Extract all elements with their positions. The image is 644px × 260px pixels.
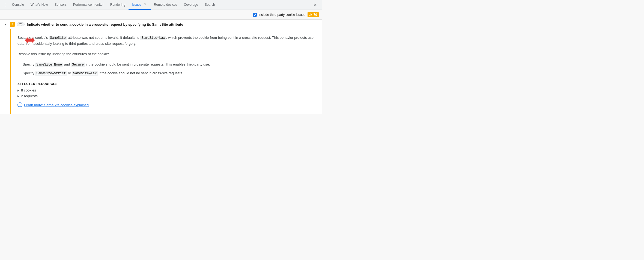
include-third-party-text: Include third-party cookie issues bbox=[258, 13, 305, 17]
tab-issues[interactable]: Issues ✕ bbox=[129, 0, 151, 10]
issue-row[interactable]: ▾ ! 70 Indicate whether to send a cookie… bbox=[0, 20, 322, 29]
bullet2-content: Specify SameSite=Strict or SameSite=Lax … bbox=[23, 70, 182, 76]
bullet2-arrow: → bbox=[17, 71, 21, 77]
tab-performance-monitor[interactable]: Performance monitor bbox=[70, 0, 107, 10]
learn-more-text: Learn more: SameSite cookies explained bbox=[24, 103, 89, 107]
issue-bullet2: → Specify SameSite=Strict or SameSite=La… bbox=[17, 70, 315, 77]
close-devtools-button[interactable]: ✕ bbox=[311, 1, 319, 9]
tab-console[interactable]: Console bbox=[9, 0, 27, 10]
tab-remote-devices-label: Remote devices bbox=[154, 3, 177, 7]
issue-title: Indicate whether to send a cookie in a c… bbox=[27, 22, 183, 26]
issue-count-badge: ⚠ 70 bbox=[308, 12, 319, 17]
issue-content-area: Because a cookie's SameSite attribute wa… bbox=[0, 29, 322, 114]
tab-bar: ⋮ Console What's New Sensors Performance… bbox=[0, 0, 322, 10]
tab-whats-new-label: What's New bbox=[31, 3, 48, 7]
resource-cookies-label: 8 cookies bbox=[21, 88, 36, 92]
tab-coverage-label: Coverage bbox=[184, 3, 198, 7]
learn-more-circle-arrow-icon: → bbox=[17, 102, 22, 107]
tab-rendering-label: Rendering bbox=[110, 3, 125, 7]
tab-bar-end: ✕ bbox=[311, 1, 321, 9]
tab-console-label: Console bbox=[12, 3, 24, 7]
resource-requests-label: 2 requests bbox=[21, 94, 38, 98]
issue-count-inline-badge: 70 bbox=[17, 22, 25, 26]
bullet1-arrow: → bbox=[17, 62, 21, 68]
bullet2-code1: SameSite=Strict bbox=[35, 71, 67, 76]
resource-requests[interactable]: ▶ 2 requests bbox=[17, 94, 315, 98]
warning-badge-icon: ⚠ bbox=[309, 13, 312, 17]
issue-warning-icon: ! bbox=[10, 22, 15, 27]
dots-icon: ⋮ bbox=[3, 2, 7, 7]
para1-code2: SameSite=Lax bbox=[140, 36, 166, 40]
para1-code1: SameSite bbox=[49, 36, 67, 40]
close-panel-icon: ✕ bbox=[313, 2, 317, 7]
tab-search[interactable]: Search bbox=[201, 0, 218, 10]
tab-issues-close-button[interactable]: ✕ bbox=[143, 2, 147, 7]
issue-body: Because a cookie's SameSite attribute wa… bbox=[11, 29, 322, 114]
include-third-party-checkbox[interactable] bbox=[253, 13, 257, 17]
tab-whats-new[interactable]: What's New bbox=[27, 0, 51, 10]
bullet1-code2: Secure bbox=[71, 63, 85, 67]
tab-coverage[interactable]: Coverage bbox=[181, 0, 201, 10]
close-icon: ✕ bbox=[144, 3, 146, 6]
issue-description-para2: Resolve this issue by updating the attri… bbox=[17, 51, 315, 57]
include-third-party-label[interactable]: Include third-party cookie issues bbox=[253, 13, 305, 17]
issue-header-wrapper: ⬌ ▾ ! 70 Indicate whether to send a cook… bbox=[0, 20, 322, 29]
para1-text-mid1: attribute was not set or is invalid, it … bbox=[67, 36, 141, 40]
tab-issues-label: Issues bbox=[132, 3, 141, 7]
bullet1-code1: SameSite=None bbox=[35, 63, 63, 67]
resource-cookies-triangle-icon: ▶ bbox=[17, 89, 19, 92]
bullet1-content: Specify SameSite=None and Secure if the … bbox=[23, 62, 210, 67]
tab-remote-devices[interactable]: Remote devices bbox=[151, 0, 181, 10]
issues-toolbar: Include third-party cookie issues ⚠ 70 bbox=[0, 10, 322, 20]
more-tabs-button[interactable]: ⋮ bbox=[1, 1, 9, 9]
resource-cookies[interactable]: ▶ 8 cookies bbox=[17, 88, 315, 92]
issue-count-number: 70 bbox=[314, 13, 317, 17]
devtools-panel: ⋮ Console What's New Sensors Performance… bbox=[0, 0, 322, 114]
issue-bullet1: → Specify SameSite=None and Secure if th… bbox=[17, 62, 315, 68]
learn-more-link[interactable]: → Learn more: SameSite cookies explained bbox=[17, 102, 315, 107]
tab-sensors[interactable]: Sensors bbox=[51, 0, 70, 10]
tab-search-label: Search bbox=[205, 3, 215, 7]
para1-text-start: Because a cookie's bbox=[17, 36, 49, 40]
tab-rendering[interactable]: Rendering bbox=[107, 0, 129, 10]
chevron-down-icon[interactable]: ▾ bbox=[3, 22, 8, 26]
tab-sensors-label: Sensors bbox=[55, 3, 67, 7]
resource-requests-triangle-icon: ▶ bbox=[17, 95, 19, 97]
issue-description-para1: Because a cookie's SameSite attribute wa… bbox=[17, 35, 315, 47]
tab-performance-monitor-label: Performance monitor bbox=[73, 3, 104, 7]
bullet2-code2: SameSite=Lax bbox=[72, 71, 98, 76]
affected-resources-heading: AFFECTED RESOURCES bbox=[17, 82, 315, 85]
